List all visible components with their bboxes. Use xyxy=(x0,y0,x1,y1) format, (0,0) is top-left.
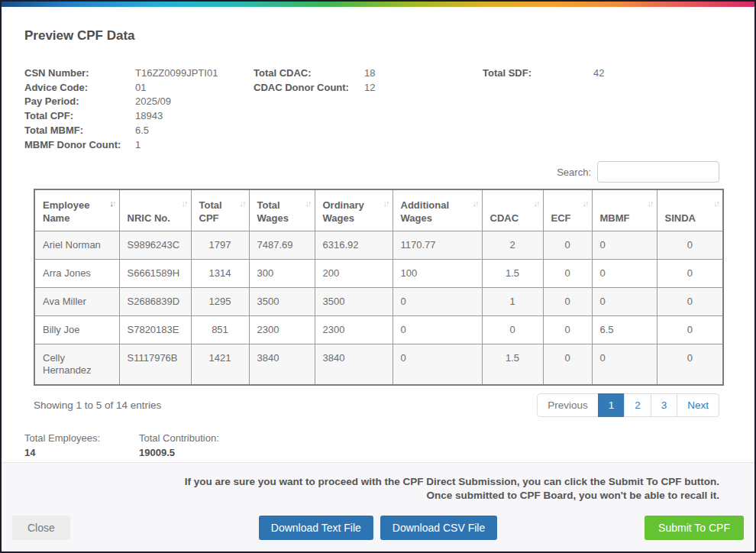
pagination-page-3[interactable]: 3 xyxy=(651,393,678,417)
download-csv-file-button[interactable]: Download CSV File xyxy=(380,516,497,540)
close-button[interactable]: Close xyxy=(12,516,70,540)
submission-warning: If you are sure you want to proceed with… xyxy=(2,463,754,503)
table-cell: 0 xyxy=(657,344,723,385)
table-cell: 0 xyxy=(393,344,482,385)
summary-label: Pay Period: xyxy=(24,95,135,109)
column-header-label: ECF xyxy=(551,212,571,224)
submission-warning-line2: Once submitted to CPF Board, you won't b… xyxy=(2,489,719,503)
table-cell: 1295 xyxy=(191,287,249,315)
summary-label: CSN Number: xyxy=(24,66,135,81)
column-header-total-wages[interactable]: Total Wages↓↑ xyxy=(249,189,315,231)
search-row: Search: xyxy=(24,161,721,183)
table-row: Arra JonesS6661589H13143002001001.5000 xyxy=(34,259,723,287)
summary-value: 18943 xyxy=(135,109,163,124)
summary-label: MBMF Donor Count: xyxy=(24,138,135,153)
column-header-label: MBMF xyxy=(600,212,630,224)
column-header-ecf[interactable]: ECF↓↑ xyxy=(543,189,592,231)
table-cell: 0 xyxy=(592,259,657,287)
table-cell: 0 xyxy=(592,231,657,259)
summary-row: Pay Period:2025/09 xyxy=(24,95,254,109)
table-cell: S9896243C xyxy=(119,231,191,259)
summary-value: 18 xyxy=(364,66,375,81)
pagination: Previous123Next xyxy=(537,393,719,417)
total-employees-value: 14 xyxy=(24,445,139,460)
table-row: Ariel NormanS9896243C17977487.696316.921… xyxy=(34,231,723,259)
table-cell: 1314 xyxy=(191,259,249,287)
table-cell: 1797 xyxy=(191,231,249,259)
table-cell: 1.5 xyxy=(482,344,543,385)
table-cell: 0 xyxy=(393,315,482,344)
modal-footer: If you are sure you want to proceed with… xyxy=(2,462,754,551)
download-buttons-group: Download Text File Download CSV File xyxy=(259,516,497,540)
table-row: Ava MillerS2686839D12953500350001000 xyxy=(34,287,723,315)
summary-label: CDAC Donor Count: xyxy=(254,81,364,95)
summary-row: Total CDAC:18 xyxy=(254,66,483,81)
search-input[interactable] xyxy=(597,161,719,183)
column-header-label: Ordinary Wages xyxy=(323,199,364,224)
submission-warning-line1: If you are sure you want to proceed with… xyxy=(2,475,719,489)
column-header-nric-no-[interactable]: NRIC No.↓↑ xyxy=(119,189,191,231)
column-header-employee-name[interactable]: Employee Name↓↑ xyxy=(34,189,119,231)
sort-arrows-icon: ↓↑ xyxy=(473,197,478,210)
table-cell: 2300 xyxy=(249,315,315,344)
cpf-summary: CSN Number:T16ZZ0099JPTI01Advice Code:01… xyxy=(24,66,721,152)
summary-row: Advice Code:01 xyxy=(24,81,254,95)
page-title: Preview CPF Data xyxy=(24,28,721,44)
table-cell: 0 xyxy=(657,231,723,259)
column-header-additional-wages[interactable]: Additional Wages↓↑ xyxy=(393,189,482,231)
summary-value: 12 xyxy=(364,81,375,95)
column-header-total-cpf[interactable]: Total CPF↓↑ xyxy=(191,189,249,231)
table-cell: 0 xyxy=(592,287,657,315)
table-cell: 1.5 xyxy=(482,259,543,287)
table-cell: 6.5 xyxy=(592,315,657,344)
employee-table-wrap: Employee Name↓↑NRIC No.↓↑Total CPF↓↑Tota… xyxy=(34,189,719,386)
button-row: Close Download Text File Download CSV Fi… xyxy=(2,516,754,551)
submit-to-cpf-button[interactable]: Submit To CPF xyxy=(645,516,744,540)
table-cell: 0 xyxy=(393,287,482,315)
table-cell: 3500 xyxy=(249,287,315,315)
sort-arrows-icon: ↓↑ xyxy=(583,197,588,210)
summary-row: Total CPF:18943 xyxy=(24,109,254,124)
table-cell: 2300 xyxy=(315,315,393,344)
table-cell: Billy Joe xyxy=(34,315,119,344)
download-text-file-button[interactable]: Download Text File xyxy=(259,516,373,540)
column-header-cdac[interactable]: CDAC↓↑ xyxy=(482,189,543,231)
summary-value: T16ZZ0099JPTI01 xyxy=(135,66,218,81)
sort-arrows-icon: ↓↑ xyxy=(240,197,245,210)
sort-arrows-icon: ↓↑ xyxy=(534,197,539,210)
summary-column-2: Total CDAC:18CDAC Donor Count:12 xyxy=(254,66,483,152)
sort-arrows-icon: ↓↑ xyxy=(383,197,389,210)
total-contribution-label: Total Contribution: xyxy=(139,431,254,445)
pagination-page-2[interactable]: 2 xyxy=(624,393,651,417)
sort-arrows-icon: ↓↑ xyxy=(182,197,187,210)
summary-row: MBMF Donor Count:1 xyxy=(24,138,254,153)
total-contribution-value: 19009.5 xyxy=(139,445,254,460)
entries-info: Showing 1 to 5 of 14 entries xyxy=(34,399,161,411)
column-header-sinda[interactable]: SINDA↓↑ xyxy=(657,189,723,231)
table-cell: 1170.77 xyxy=(393,231,482,259)
table-cell: Ariel Norman xyxy=(34,231,119,259)
column-header-ordinary-wages[interactable]: Ordinary Wages↓↑ xyxy=(315,189,393,231)
table-footer-row: Showing 1 to 5 of 14 entries Previous123… xyxy=(34,393,719,417)
total-employees-block: Total Employees: 14 xyxy=(24,431,139,460)
table-cell: Celly Hernandez xyxy=(34,344,119,385)
summary-label: Total CDAC: xyxy=(254,66,364,81)
total-employees-label: Total Employees: xyxy=(24,431,139,445)
table-cell: 0 xyxy=(543,231,592,259)
summary-value: 1 xyxy=(135,138,141,153)
table-cell: Arra Jones xyxy=(34,259,119,287)
table-row: Billy JoeS7820183E851230023000006.50 xyxy=(34,315,723,344)
column-header-label: NRIC No. xyxy=(128,212,170,224)
table-cell: 0 xyxy=(592,344,657,385)
pagination-previous[interactable]: Previous xyxy=(537,393,599,417)
table-cell: S6661589H xyxy=(119,259,191,287)
column-header-mbmf[interactable]: MBMF↓↑ xyxy=(592,189,657,231)
table-cell: 6316.92 xyxy=(315,231,393,259)
pagination-page-1[interactable]: 1 xyxy=(598,393,625,417)
table-cell: 3500 xyxy=(315,287,393,315)
table-cell: S7820183E xyxy=(119,315,191,344)
rainbow-gradient-bar xyxy=(2,2,754,7)
pagination-next[interactable]: Next xyxy=(677,393,719,417)
summary-value: 42 xyxy=(593,66,604,81)
table-cell: 0 xyxy=(543,344,592,385)
